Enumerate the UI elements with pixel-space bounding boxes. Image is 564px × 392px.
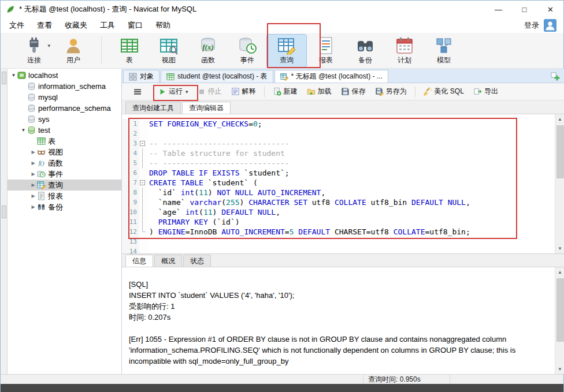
load-button[interactable]: 加载 bbox=[303, 85, 336, 99]
minimize-button[interactable]: — bbox=[485, 1, 511, 18]
tree-report-icon bbox=[37, 192, 46, 200]
saveas-button[interactable]: 另存为 bbox=[371, 85, 411, 99]
document-tab-2[interactable]: * 无标题 @test (localhost) - ... bbox=[274, 70, 388, 83]
toolbar-item-label: 模型 bbox=[437, 55, 451, 65]
menu-item-3[interactable]: 工具 bbox=[94, 18, 121, 33]
tree-item-information_schema[interactable]: information_schema bbox=[8, 81, 121, 92]
tree-item-performance_schema[interactable]: performance_schema bbox=[8, 103, 121, 114]
code-text: `id` int(11) NOT NULL AUTO_INCREMENT, bbox=[147, 188, 555, 197]
result-tab-1[interactable]: 概况 bbox=[154, 255, 182, 267]
sql-editor[interactable]: 1SET FOREIGN_KEY_CHECKS=0;23--- --------… bbox=[122, 114, 564, 253]
document-tab-0[interactable]: 对象 bbox=[123, 70, 159, 83]
menu-item-1[interactable]: 查看 bbox=[31, 18, 58, 33]
new-button[interactable]: 新建 bbox=[269, 85, 302, 99]
tree-item-查询[interactable]: ▶查询 bbox=[8, 180, 121, 191]
collapsed-arrow-icon[interactable]: ▶ bbox=[29, 160, 37, 166]
toolbar-item-view[interactable]: 视图 bbox=[149, 35, 188, 67]
tree-item-label: information_schema bbox=[38, 82, 106, 91]
scroll-up-icon[interactable]: ▲ bbox=[555, 114, 564, 124]
explain-button[interactable]: 解释 bbox=[227, 85, 260, 99]
sql-editor-text[interactable]: 1SET FOREIGN_KEY_CHECKS=0;23--- --------… bbox=[122, 114, 555, 253]
tree-item-报表[interactable]: ▶报表 bbox=[8, 191, 121, 201]
beautify-button[interactable]: 美化 SQL bbox=[420, 85, 468, 99]
close-button[interactable]: ✕ bbox=[537, 1, 563, 18]
document-tab-1[interactable]: student @test (localhost) - 表 bbox=[161, 70, 273, 83]
collapsed-arrow-icon[interactable]: ▶ bbox=[29, 182, 37, 188]
expanded-arrow-icon[interactable]: ▼ bbox=[10, 73, 17, 78]
editor-tab-1[interactable]: 查询编辑器 bbox=[182, 102, 231, 114]
dropdown-caret-icon[interactable]: ▾ bbox=[47, 43, 50, 48]
toolbar-item-query[interactable]: 查询 bbox=[267, 35, 306, 67]
toolbar-item-label: 表 bbox=[126, 55, 133, 65]
export-button[interactable]: 导出 bbox=[469, 85, 502, 99]
scrollbar-thumb[interactable] bbox=[556, 278, 564, 342]
user-account-icon[interactable] bbox=[544, 19, 556, 32]
toolbar-item-backup[interactable]: 备份 bbox=[346, 35, 385, 67]
fold-marker-icon[interactable]: - bbox=[139, 139, 147, 148]
tree-item-视图[interactable]: ▶视图 bbox=[8, 147, 121, 158]
stop-icon bbox=[198, 88, 206, 96]
tree-item-localhost[interactable]: ▼localhost bbox=[8, 70, 121, 81]
scroll-down-icon[interactable]: ▼ bbox=[555, 364, 564, 374]
collapsed-arrow-icon[interactable]: ▶ bbox=[29, 193, 37, 199]
scroll-down-icon[interactable]: ▼ bbox=[555, 244, 564, 253]
scrollbar-track[interactable] bbox=[555, 277, 564, 364]
scroll-up-icon[interactable]: ▲ bbox=[555, 267, 564, 277]
editor-tab-0[interactable]: 查询创建工具 bbox=[125, 102, 181, 114]
code-text: `name` varchar(255) CHARACTER SET utf8 C… bbox=[147, 197, 555, 207]
fold-guide bbox=[139, 188, 147, 197]
collapsed-arrow-icon[interactable]: ▶ bbox=[29, 204, 37, 210]
tree-item-label: test bbox=[38, 126, 50, 135]
tree-item-表[interactable]: 表 bbox=[8, 136, 121, 147]
line-number: 10 bbox=[122, 207, 139, 217]
toolbar-item-user[interactable]: 用户 bbox=[54, 35, 93, 67]
toolbar-item-table[interactable]: 表 bbox=[110, 35, 149, 67]
scrollbar-thumb[interactable] bbox=[556, 125, 564, 178]
tree-item-mysql[interactable]: mysql bbox=[8, 92, 121, 103]
toolbar-item-connection[interactable]: ▾连接 bbox=[14, 35, 54, 67]
toolbar-item-model[interactable]: 模型 bbox=[424, 35, 463, 67]
tree-item-test[interactable]: ▼test bbox=[8, 125, 121, 136]
run-button[interactable]: 运行▾ bbox=[154, 85, 192, 99]
tree-item-备份[interactable]: ▶备份 bbox=[8, 201, 121, 212]
editor-scrollbar[interactable]: ▲ ▼ bbox=[555, 114, 564, 253]
collapsed-arrow-icon[interactable]: ▶ bbox=[29, 150, 37, 155]
menu-item-2[interactable]: 收藏夹 bbox=[58, 18, 94, 33]
new-tab-button[interactable] bbox=[551, 72, 560, 81]
tab-table-icon bbox=[166, 73, 175, 81]
tree-item-函数[interactable]: ▶f()函数 bbox=[8, 158, 121, 169]
tree-item-事件[interactable]: ▶事件 bbox=[8, 169, 121, 180]
toolbar-item-plan[interactable]: 计划 bbox=[385, 35, 424, 67]
code-text bbox=[147, 237, 555, 247]
fold-marker-icon[interactable]: - bbox=[139, 178, 147, 188]
menu-icon bbox=[133, 87, 142, 96]
collapsed-pane-icon[interactable] bbox=[2, 72, 6, 84]
scrollbar-track[interactable] bbox=[555, 124, 564, 244]
menu-item-4[interactable]: 窗口 bbox=[121, 18, 149, 33]
menu-button[interactable] bbox=[129, 85, 146, 99]
toolbar-item-event[interactable]: 事件 bbox=[228, 35, 267, 67]
toolbar-item-report[interactable]: 报表 bbox=[306, 35, 346, 67]
status-right bbox=[450, 375, 563, 384]
dock-strip bbox=[1, 69, 8, 374]
editor-line: 12) ENGINE=InnoDB AUTO_INCREMENT=5 DEFAU… bbox=[122, 227, 555, 237]
menu-item-0[interactable]: 文件 bbox=[3, 18, 31, 33]
collapsed-pane-icon[interactable] bbox=[2, 206, 6, 218]
message-scrollbar[interactable]: ▲ ▼ bbox=[555, 267, 564, 374]
tab-query-icon bbox=[280, 73, 288, 81]
query-time-status: 查询时间: 0.950s bbox=[363, 375, 450, 384]
view-icon bbox=[159, 36, 178, 55]
expanded-arrow-icon[interactable]: ▼ bbox=[20, 128, 27, 133]
menu-item-5[interactable]: 帮助 bbox=[149, 18, 177, 33]
result-tab-2[interactable]: 状态 bbox=[183, 255, 211, 267]
navicat-window: * 无标题 @test (localhost) - 查询 - Navicat f… bbox=[0, 0, 564, 392]
window-controls: — □ ✕ bbox=[485, 1, 563, 18]
result-tab-0[interactable]: 信息 bbox=[125, 255, 153, 267]
collapsed-arrow-icon[interactable]: ▶ bbox=[29, 171, 37, 177]
tree-item-sys[interactable]: sys bbox=[8, 114, 121, 125]
save-button[interactable]: 保存 bbox=[337, 85, 370, 99]
toolbar-item-function[interactable]: f(x)函数 bbox=[188, 35, 228, 67]
maximize-button[interactable]: □ bbox=[511, 1, 537, 18]
dropdown-caret-icon[interactable]: ▾ bbox=[185, 89, 188, 95]
login-link[interactable]: 登录 bbox=[524, 20, 539, 31]
